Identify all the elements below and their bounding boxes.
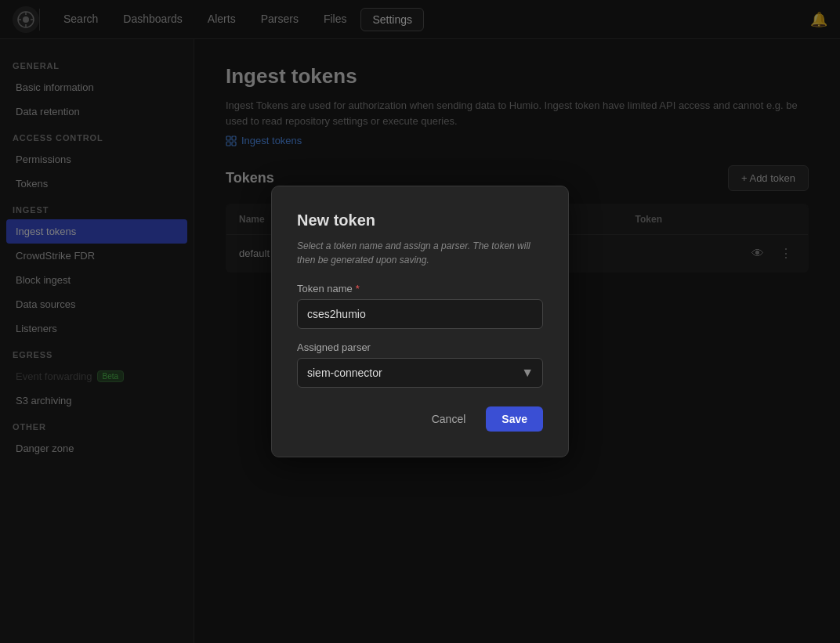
- assigned-parser-label: Assigned parser: [297, 341, 543, 353]
- modal-overlay: New token Select a token name and assign…: [194, 39, 840, 643]
- modal-actions: Cancel Save: [297, 406, 543, 432]
- main-content: Ingest tokens Ingest Tokens are used for…: [194, 39, 840, 643]
- assigned-parser-select-wrapper: [ None ] siem-connector accesslog kv jso…: [297, 358, 543, 388]
- main-layout: General Basic information Data retention…: [0, 39, 840, 643]
- save-button[interactable]: Save: [486, 406, 543, 432]
- required-indicator: *: [356, 283, 360, 294]
- cancel-button[interactable]: Cancel: [419, 406, 479, 432]
- assigned-parser-select[interactable]: [ None ] siem-connector accesslog kv jso…: [297, 358, 543, 388]
- token-name-label: Token name *: [297, 283, 543, 294]
- modal-title: New token: [297, 211, 543, 229]
- modal-description: Select a token name and assign a parser.…: [297, 239, 543, 267]
- new-token-modal: New token Select a token name and assign…: [271, 186, 569, 457]
- token-name-input[interactable]: [297, 299, 543, 329]
